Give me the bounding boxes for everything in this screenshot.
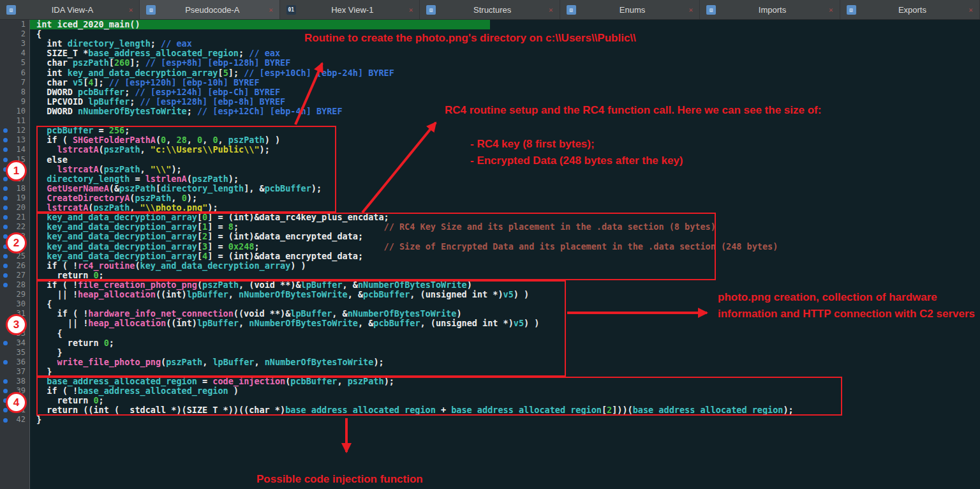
code-text[interactable]: key_and_data_decryption_array[3] = 0x248… [29, 242, 778, 252]
gutter[interactable]: 33 [0, 329, 29, 338]
gutter[interactable]: 39 [0, 386, 29, 396]
gutter[interactable]: 27 [0, 271, 29, 280]
code-text[interactable]: key_and_data_decryption_array[4] = (int)… [29, 252, 363, 261]
breakpoint-dot-icon[interactable] [3, 273, 8, 278]
gutter[interactable]: 4 [0, 49, 29, 58]
gutter[interactable]: 22 [0, 222, 29, 232]
breakpoint-dot-icon[interactable] [3, 128, 8, 133]
code-text[interactable]: if ( SHGetFolderPathA(0, 28, 0, 0, pszPa… [29, 135, 280, 145]
gutter[interactable]: 13 [0, 135, 29, 145]
code-text[interactable]: DWORD pcbBuffer; // [esp+124h] [ebp-Ch] … [29, 87, 280, 97]
breakpoint-dot-icon[interactable] [3, 196, 8, 200]
tab-exports[interactable]: ▤Exports✕ [840, 0, 980, 19]
breakpoint-dot-icon[interactable] [3, 254, 8, 259]
gutter[interactable]: 5 [0, 58, 29, 68]
gutter[interactable]: 28 [0, 280, 29, 290]
tab-close-icon[interactable]: ✕ [688, 6, 693, 14]
gutter[interactable]: 12 [0, 126, 29, 135]
gutter[interactable]: 2 [0, 29, 29, 39]
code-text[interactable]: if ( !file_creation_photo_png(pszPath, (… [29, 280, 472, 290]
tab-structures[interactable]: ▤Structures✕ [420, 0, 560, 19]
gutter[interactable]: 20 [0, 203, 29, 213]
code-text[interactable]: lstrcatA(pszPath, "\\photo.png"); [29, 203, 218, 213]
code-text[interactable]: int key_and_data_decryption_array[5]; //… [29, 68, 394, 78]
breakpoint-dot-icon[interactable] [3, 389, 8, 393]
gutter[interactable]: 42 [0, 415, 29, 425]
tab-close-icon[interactable]: ✕ [549, 6, 553, 14]
gutter[interactable]: 8 [0, 87, 29, 97]
tab-close-icon[interactable]: ✕ [269, 6, 273, 14]
breakpoint-dot-icon[interactable] [3, 206, 8, 210]
gutter[interactable]: 3 [0, 39, 29, 49]
gutter[interactable]: 36 [0, 357, 29, 367]
gutter[interactable]: 14 [0, 145, 29, 154]
code-text[interactable]: } [29, 415, 41, 425]
code-text[interactable]: pcbBuffer = 256; [29, 126, 130, 135]
tab-enums[interactable]: ▤Enums✕ [560, 0, 700, 19]
breakpoint-dot-icon[interactable] [3, 158, 8, 162]
code-text[interactable]: int iced_2020_main() [29, 20, 140, 29]
breakpoint-dot-icon[interactable] [3, 244, 8, 249]
code-text[interactable]: return 0; [29, 338, 114, 348]
breakpoint-dot-icon[interactable] [3, 215, 8, 220]
code-text[interactable]: char pszPath[260]; // [esp+8h] [ebp-128h… [29, 58, 290, 68]
code-text[interactable]: return 0; [29, 396, 104, 405]
gutter[interactable]: 16 [0, 165, 29, 174]
code-text[interactable]: directory_length = lstrlenA(pszPath); [29, 174, 239, 184]
breakpoint-dot-icon[interactable] [3, 398, 8, 403]
gutter[interactable]: 18 [0, 184, 29, 193]
gutter[interactable]: 23 [0, 232, 29, 241]
code-text[interactable]: char v5[4]; // [esp+120h] [ebp-10h] BYRE… [29, 78, 260, 87]
gutter[interactable]: 35 [0, 348, 29, 357]
code-text[interactable]: int directory_length; // eax [29, 39, 192, 49]
tab-close-icon[interactable]: ✕ [409, 6, 413, 14]
tab-close-icon[interactable]: ✕ [829, 6, 833, 14]
breakpoint-dot-icon[interactable] [3, 138, 8, 142]
code-text[interactable]: key_and_data_decryption_array[2] = (int)… [29, 232, 363, 241]
gutter[interactable]: 30 [0, 299, 29, 309]
tab-imports[interactable]: ▤Imports✕ [700, 0, 840, 19]
code-text[interactable]: write_file_photo_png(pszPath, lpBuffer, … [29, 357, 384, 367]
code-text[interactable]: return 0; [29, 271, 104, 280]
gutter[interactable]: 32 [0, 319, 29, 328]
gutter[interactable]: 19 [0, 193, 29, 203]
gutter[interactable]: 17 [0, 174, 29, 184]
gutter[interactable]: 24 [0, 242, 29, 252]
code-text[interactable]: } [29, 348, 63, 357]
code-text[interactable]: else [29, 155, 68, 165]
code-text[interactable]: if ( !hardware_info_net_connection((void… [29, 309, 462, 319]
tab-pseudocode-a[interactable]: ▤Pseudocode-A✕ [140, 0, 279, 19]
code-text[interactable]: key_and_data_decryption_array[0] = (int)… [29, 213, 389, 222]
gutter[interactable]: 10 [0, 107, 29, 116]
breakpoint-dot-icon[interactable] [3, 379, 8, 384]
breakpoint-dot-icon[interactable] [3, 418, 8, 423]
tab-close-icon[interactable]: ✕ [969, 6, 973, 14]
tab-close-icon[interactable]: ✕ [129, 6, 133, 14]
code-text[interactable]: || !heap_allocation((int)lpBuffer, nNumb… [29, 319, 539, 328]
code-text[interactable]: key_and_data_decryption_array[1] = 8; //… [29, 222, 716, 232]
code-text[interactable]: lstrcatA(pszPath, "\\"); [29, 165, 182, 174]
gutter[interactable]: 25 [0, 252, 29, 261]
code-text[interactable]: { [29, 29, 41, 39]
breakpoint-dot-icon[interactable] [3, 408, 8, 412]
breakpoint-dot-icon[interactable] [3, 225, 8, 229]
code-text[interactable]: { [29, 329, 63, 338]
gutter[interactable]: 40 [0, 396, 29, 405]
code-text[interactable]: CreateDirectoryA(pszPath, 0); [29, 193, 197, 203]
code-text[interactable]: DWORD nNumberOfBytesToWrite; // [esp+12C… [29, 107, 343, 116]
code-text[interactable]: { [29, 299, 52, 309]
gutter[interactable]: 34 [0, 338, 29, 348]
gutter[interactable]: 41 [0, 405, 29, 415]
gutter[interactable]: 9 [0, 97, 29, 107]
gutter[interactable]: 11 [0, 116, 29, 126]
gutter[interactable]: 6 [0, 68, 29, 78]
code-text[interactable]: if ( !rc4_routine(key_and_data_decryptio… [29, 261, 306, 271]
code-text[interactable]: base_address_allocated_region = code_inj… [29, 377, 394, 386]
breakpoint-dot-icon[interactable] [3, 283, 8, 287]
breakpoint-dot-icon[interactable] [3, 341, 8, 345]
code-text[interactable] [29, 116, 36, 126]
code-text[interactable]: || !heap_allocation((int)lpBuffer, nNumb… [29, 290, 529, 299]
code-text[interactable]: return ((int (__stdcall *)(SIZE_T *))((c… [29, 405, 794, 415]
breakpoint-dot-icon[interactable] [3, 264, 8, 268]
gutter[interactable]: 37 [0, 367, 29, 377]
